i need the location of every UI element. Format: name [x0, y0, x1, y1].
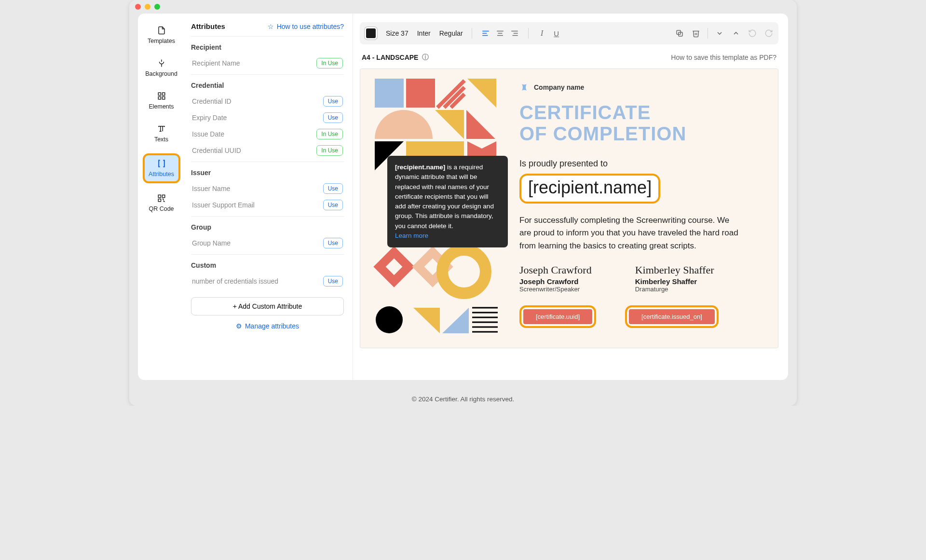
use-button[interactable]: Use: [323, 112, 343, 123]
recipient-name-tooltip: [recipient.name] is a required dynamic a…: [387, 156, 508, 247]
attributes-icon: [157, 159, 166, 168]
help-how-to-use-attributes[interactable]: ☆ How to use attributes?: [268, 23, 344, 30]
undo-icon[interactable]: [748, 28, 757, 38]
texts-icon: [157, 124, 166, 133]
token-text: [certificate.issued_on]: [629, 309, 715, 324]
use-button[interactable]: Use: [323, 276, 343, 287]
signature-script-1: Joseph Crawford: [519, 264, 592, 276]
align-left-icon[interactable]: [481, 28, 490, 38]
attr-row-group-name[interactable]: Group Name Use: [191, 235, 344, 251]
attr-row-credential-id[interactable]: Credential ID Use: [191, 93, 344, 109]
chevron-down-icon[interactable]: [715, 28, 724, 38]
sidebar-item-label: Background: [145, 70, 177, 77]
section-title: Recipient: [191, 43, 344, 51]
recipient-name-token[interactable]: [recipient.name]: [519, 174, 660, 204]
sidebar-item-elements[interactable]: Elements: [143, 88, 180, 114]
svg-rect-1: [162, 93, 164, 95]
titlebar: [129, 0, 797, 14]
sidebar-item-qrcode[interactable]: QR Code: [143, 190, 180, 216]
use-button[interactable]: Use: [323, 96, 343, 107]
maximize-window-icon[interactable]: [154, 4, 160, 10]
attr-label: Expiry Date: [192, 114, 227, 122]
align-center-icon[interactable]: [495, 28, 505, 38]
svg-rect-18: [375, 79, 404, 108]
use-button[interactable]: Use: [323, 183, 343, 194]
svg-point-35: [376, 306, 403, 333]
svg-marker-25: [466, 110, 495, 139]
close-window-icon[interactable]: [135, 4, 141, 10]
add-custom-attribute-button[interactable]: + Add Custom Attribute: [191, 297, 344, 315]
attr-label: Credential UUID: [192, 147, 241, 154]
page-format-label: A4 - LANDSCAPE: [362, 54, 418, 61]
attr-row-expiry-date[interactable]: Expiry Date Use: [191, 109, 344, 126]
tooltip-learn-more-link[interactable]: Learn more: [395, 232, 428, 239]
use-button[interactable]: Use: [323, 200, 343, 210]
certificate-title: CERTIFICATE OF COMPLETION: [519, 102, 763, 144]
company-name-label: Company name: [534, 83, 584, 91]
svg-marker-24: [435, 110, 464, 139]
svg-marker-23: [467, 79, 496, 108]
panel-title: Attributes: [191, 22, 225, 30]
tooltip-strong: [recipient.name]: [395, 164, 445, 171]
certificate-issued-on-token[interactable]: [certificate.issued_on]: [625, 305, 719, 328]
sidebar-item-attributes[interactable]: Attributes: [143, 153, 180, 183]
svg-rect-4: [158, 195, 161, 197]
use-button[interactable]: Use: [323, 238, 343, 248]
star-icon: ☆: [268, 23, 274, 30]
left-sidebar: Templates Background Elements Texts Attr…: [138, 14, 185, 380]
font-family-select[interactable]: Inter: [417, 29, 431, 37]
signature-role-2: Dramaturge: [635, 286, 714, 293]
minimize-window-icon[interactable]: [145, 4, 150, 10]
text-toolbar: Size 37 Inter Regular I U: [360, 22, 778, 44]
attr-row-recipient-name[interactable]: Recipient Name In Use: [191, 55, 344, 71]
section-title: Custom: [191, 261, 344, 269]
attr-row-num-credentials-issued[interactable]: number of credentials issued Use: [191, 273, 344, 289]
attr-row-issuer-name[interactable]: Issuer Name Use: [191, 180, 344, 197]
svg-rect-0: [158, 93, 161, 95]
canvas-area: Size 37 Inter Regular I U: [353, 14, 788, 380]
attr-row-issuer-support-email[interactable]: Issuer Support Email Use: [191, 197, 344, 213]
info-icon[interactable]: ⓘ: [422, 53, 429, 62]
attr-row-credential-uuid[interactable]: Credential UUID In Use: [191, 142, 344, 159]
section-title: Issuer: [191, 169, 344, 177]
sidebar-item-background[interactable]: Background: [143, 55, 180, 81]
font-size-select[interactable]: Size 37: [386, 29, 409, 37]
separator: [472, 28, 472, 39]
copy-icon[interactable]: [675, 28, 684, 38]
signature-role-1: Screenwriter/Speaker: [519, 286, 592, 293]
cert-title-line2: OF COMPLETION: [519, 123, 763, 144]
manage-attributes-link[interactable]: ⚙ Manage attributes: [191, 322, 344, 330]
color-picker-button[interactable]: [365, 27, 377, 40]
align-right-icon[interactable]: [510, 28, 519, 38]
status-badge: In Use: [316, 129, 343, 139]
status-badge: In Use: [316, 145, 343, 156]
svg-rect-2: [158, 97, 161, 99]
chevron-up-icon[interactable]: [731, 28, 741, 38]
sidebar-item-texts[interactable]: Texts: [143, 121, 180, 147]
sidebar-item-templates[interactable]: Templates: [143, 22, 180, 48]
svg-rect-5: [162, 195, 164, 197]
background-icon: [157, 59, 166, 68]
section-credential: Credential Credential ID Use Expiry Date…: [191, 74, 344, 162]
templates-icon: [157, 26, 166, 35]
trash-icon[interactable]: [691, 28, 701, 38]
attr-label: Recipient Name: [192, 59, 240, 67]
certificate-canvas[interactable]: [recipient.name] is a required dynamic a…: [360, 68, 778, 348]
signature-name-1: Joseph Crawford: [519, 277, 592, 286]
certificate-uuid-token[interactable]: [certificate.uuid]: [519, 305, 596, 328]
section-custom: Custom number of credentials issued Use: [191, 254, 344, 292]
sidebar-item-label: QR Code: [149, 205, 174, 212]
font-weight-select[interactable]: Regular: [439, 29, 463, 37]
underline-icon[interactable]: U: [552, 28, 561, 38]
app-window: Templates Background Elements Texts Attr…: [129, 0, 797, 406]
sidebar-item-label: Elements: [149, 103, 174, 110]
token-text: [certificate.uuid]: [523, 309, 592, 324]
save-as-pdf-help-link[interactable]: How to save this template as PDF?: [671, 54, 776, 61]
certificate-body-text: For successfully completing the Screenwr…: [519, 214, 741, 252]
help-link-label: How to use attributes?: [277, 23, 344, 30]
presented-to-label: Is proudly presented to: [519, 159, 763, 169]
attr-row-issue-date[interactable]: Issue Date In Use: [191, 126, 344, 142]
italic-icon[interactable]: I: [537, 28, 547, 38]
redo-icon[interactable]: [764, 28, 774, 38]
signature-block-2: Kimberley Shaffer Kimberley Shaffer Dram…: [635, 264, 714, 293]
